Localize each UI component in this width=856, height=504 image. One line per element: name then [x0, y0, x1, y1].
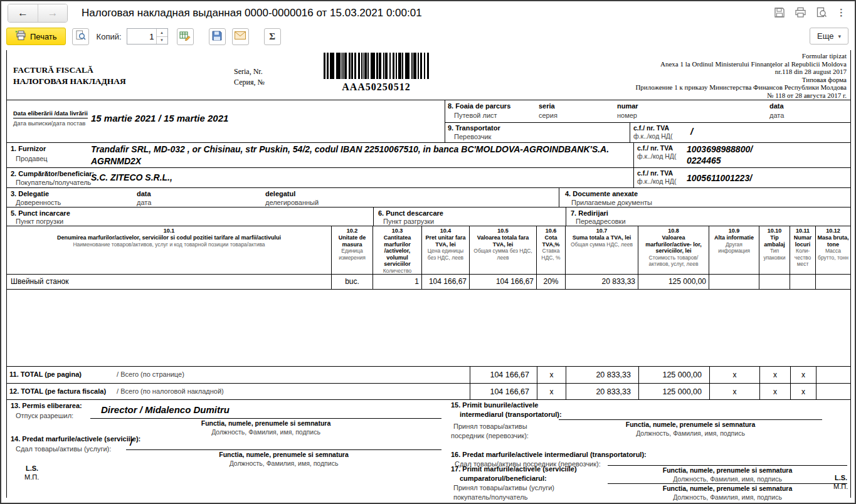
regulation-line: nr.118 din 28 august 2017	[635, 68, 847, 76]
regulation-line: Приложение 1 к приказу Министерства Фина…	[635, 83, 847, 92]
documents-title-ru: Прилагаемые документы	[571, 199, 652, 206]
item-qty: 1	[373, 275, 422, 289]
issue-date-value: 15 martie 2021 / 15 martie 2021	[91, 113, 228, 123]
diskette-icon	[212, 31, 222, 43]
regulation-line: Типовая форма	[635, 76, 847, 84]
unload-point-title-ru: Пункт разгрузки	[383, 218, 434, 225]
handed-signature-value: /	[130, 437, 132, 448]
cf-label-ro: c.f./ nr. TVA	[637, 169, 676, 177]
total-invoice-empty	[816, 384, 850, 399]
handed-title-ro: 14. Predat marfurile/activele (serviciil…	[11, 435, 140, 443]
form-title-ru: НАЛОГОВАЯ НАКЛАДНАЯ	[13, 76, 126, 87]
buyer-cf-cell: c.f./ nr. TVA ф.к../код НД( 100561100122…	[633, 168, 850, 187]
table-pencil-icon	[179, 31, 191, 43]
item-total: 125 000,00	[638, 275, 709, 289]
stamp-label-ro: L.S.	[835, 474, 847, 481]
received-interm-title-ro-2: intermediarul (transportatorul):	[460, 411, 562, 418]
table-row: Швейный станок buc. 1 104 166,67 104 166…	[7, 275, 850, 290]
col-header-10-1: 10.1Denumirea marfurilor/activelor, serv…	[7, 226, 332, 274]
buyer-title-ro: 2. Cumpărător/beneficiar:	[11, 170, 94, 177]
col-header-10-10: 10.10Tip ambalajТип упаковки	[759, 226, 790, 274]
seria-label-ro: Seria, Nr.	[234, 67, 263, 76]
print-icon[interactable]	[795, 7, 806, 18]
cf-label-ru: ф.к../код НД(	[637, 177, 676, 186]
waybill-section: 8. Foaia de parcurs Путевой лист seria с…	[445, 100, 850, 123]
copies-spin-buttons: ▲ ▼	[156, 29, 167, 44]
total-page-x: x	[790, 367, 816, 383]
regulation-line: Formular tipizat	[635, 52, 847, 60]
delegation-row: 3. Delegatie Доверенность data дата dele…	[7, 188, 850, 207]
received-interm-title-ru-2: посредник (перевозчик):	[451, 432, 529, 439]
received-buyer-title-ru-1: Принял товары/активы (услуги)	[453, 484, 554, 491]
kebab-menu-icon[interactable]: ⋮	[837, 7, 846, 18]
received-buyer-title-ro-1: 17. Primit marfurile/activele (serviciil…	[451, 465, 577, 473]
titlebar-icons: ⋮	[774, 7, 846, 18]
forward-button[interactable]: →	[38, 4, 67, 22]
supplier-title-ru: Продавец	[16, 155, 48, 162]
print-button-label: Печать	[30, 32, 57, 41]
more-button[interactable]: Еще ▾	[810, 28, 848, 45]
spin-up-icon[interactable]: ▲	[157, 29, 167, 37]
issue-date-label-ro: Data eliberării /data livrării	[13, 110, 88, 118]
permit-title-ro: 13. Permis eliberarea:	[11, 402, 82, 409]
supplier-cf-value-2: 0224465	[687, 155, 721, 165]
supplier-title-ro: 1. Furnizor	[11, 145, 46, 152]
total-page-label-ru: / Всего (по странице)	[117, 370, 184, 378]
signature-caption-ru: Должность, Фамилия, имя, подпись	[126, 459, 441, 467]
total-page-x: x	[537, 367, 566, 383]
envelope-icon	[235, 31, 246, 41]
copies-input[interactable]	[127, 29, 156, 44]
waybill-title-ro: 8. Foaia de parcurs	[448, 102, 510, 110]
signature-caption-ro: Functia, numele, prenumele si semnatura	[126, 451, 441, 458]
total-invoice-label-ro: 12. TOTAL (pe factura fiscala)	[9, 387, 115, 395]
supplier-cf-label: c.f./ nr. TVA ф.к../код НД(	[637, 144, 676, 160]
issue-date-cell: Data eliberării /data livrării Дата выпи…	[7, 100, 445, 142]
signature-caption-ro: Functia, numele, prenumele si semnatura	[608, 485, 847, 492]
received-buyer-title-ru-2: покупатель/получатель	[453, 493, 527, 501]
save-file-button[interactable]	[209, 28, 226, 45]
unload-point-title-ro: 6. Punct descarcare	[378, 209, 443, 217]
back-button[interactable]: ←	[8, 4, 38, 22]
preview-button[interactable]	[72, 28, 89, 45]
transporter-section: 9. Transportator Перевозчик c.f./ nr. TV…	[445, 123, 850, 142]
spin-down-icon[interactable]: ▼	[157, 37, 167, 45]
col-header-10-4: 10.4Pret unitar fara TVA, leiЦена единиц…	[422, 226, 470, 274]
email-button[interactable]	[232, 28, 249, 45]
form-header: FACTURĂ FISCALĂ НАЛОГОВАЯ НАКЛАДНАЯ Seri…	[7, 50, 850, 100]
load-point-title-ru: Пункт погрузки	[16, 218, 63, 225]
print-button[interactable]: Печать	[6, 28, 66, 45]
documents-title-ro: 4. Documente anexate	[565, 190, 638, 197]
total-page-label: 11. TOTAL (pe pagina) / Всего (по страни…	[7, 367, 470, 383]
edit-table-button[interactable]	[177, 28, 194, 45]
app-window: { "window": { "title": "Налоговая наклад…	[0, 0, 856, 504]
buyer-cf-value-1: 1005611001223/	[687, 173, 752, 183]
regulation-line: № 118 от 28 августа 2017 г.	[635, 92, 847, 100]
back-arrow-icon: ←	[18, 7, 28, 19]
save-icon[interactable]	[774, 7, 785, 18]
load-point-title-ro: 5. Punct incarcare	[11, 209, 70, 217]
supplier-cf-cell: c.f./ nr. TVA ф.к../код НД( 100369898880…	[633, 143, 850, 167]
col-header-10-6: 10.6Cota TVA,%Ставка НДС, %	[537, 226, 566, 274]
total-invoice-x: x	[790, 384, 816, 399]
received-interm-title-ru-1: Принял товары/активы	[453, 423, 527, 430]
waybill-transporter-cell: 8. Foaia de parcurs Путевой лист seria с…	[445, 100, 850, 142]
item-total-no-vat: 104 166,67	[470, 275, 537, 289]
sum-button[interactable]: Σ	[264, 28, 281, 45]
document-area: FACTURĂ FISCALĂ НАЛОГОВАЯ НАКЛАДНАЯ Seri…	[1, 50, 855, 498]
preview-icon[interactable]	[816, 7, 827, 18]
empty-rows-area	[7, 290, 850, 367]
col-header-10-12: 10.12Masa bruta, toneМасса брутто, тонн	[816, 226, 850, 274]
transporter-title-ru: Перевозчик	[454, 133, 491, 140]
copies-stepper: ▲ ▼	[127, 28, 168, 45]
table-header: 10.1Denumirea marfurilor/activelor, serv…	[7, 226, 850, 275]
forward-arrow-icon: →	[48, 7, 58, 19]
item-package-type	[759, 275, 790, 289]
chevron-down-icon: ▾	[838, 33, 841, 39]
supplier-value: Trandafir SRL, MD-032 , or Chisinau, str…	[91, 144, 611, 167]
total-invoice-x: x	[537, 384, 566, 399]
nav-buttons: ← →	[8, 4, 68, 23]
total-page-x: x	[759, 367, 790, 383]
transporter-cf-value: /	[690, 126, 693, 137]
page-magnifier-icon	[75, 30, 86, 43]
total-page-row: 11. TOTAL (pe pagina) / Всего (по страни…	[7, 367, 850, 384]
